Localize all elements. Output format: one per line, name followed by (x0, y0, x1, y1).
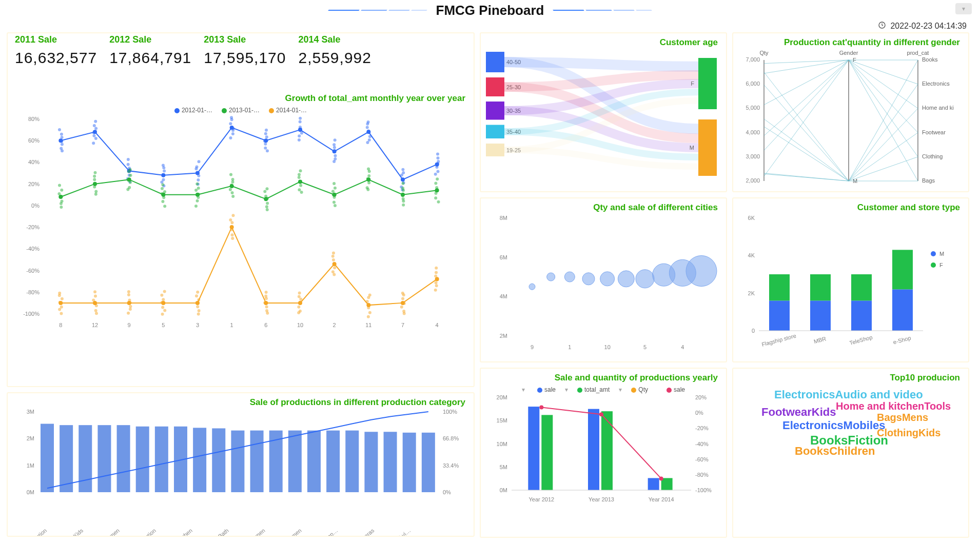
svg-point-77 (265, 129, 268, 132)
svg-point-256 (195, 294, 198, 297)
svg-point-152 (161, 183, 164, 186)
growth-legend: 2012-01-… 2013-01-… 2014-01-… (8, 104, 474, 114)
svg-text:F: F (939, 262, 943, 268)
store-chart[interactable]: 02K4K6KFlagship storeMBRTeleShope-ShopMF (733, 213, 968, 359)
svg-point-262 (232, 214, 235, 217)
svg-point-141 (93, 183, 96, 186)
svg-text:4M: 4M (500, 293, 507, 299)
growth-chart[interactable]: -100%-80%-60%-40%-20%0%20%40%60%80%81295… (8, 114, 474, 334)
svg-point-100 (366, 126, 369, 129)
svg-rect-327 (193, 428, 206, 492)
svg-point-180 (299, 169, 302, 172)
svg-rect-363 (698, 119, 717, 176)
svg-point-164 (196, 199, 199, 203)
svg-rect-324 (136, 427, 149, 492)
svg-point-282 (297, 311, 300, 314)
svg-point-232 (58, 308, 61, 311)
word-bookschildren[interactable]: BooksChildren (795, 445, 875, 458)
kpi-2014: 2014 Sale2,559,992 (298, 34, 371, 67)
svg-point-284 (331, 255, 335, 258)
svg-text:2M: 2M (27, 435, 34, 441)
svg-text:F: F (691, 80, 694, 87)
svg-text:20%: 20% (695, 394, 707, 400)
svg-text:66.8%: 66.8% (443, 435, 459, 441)
svg-point-184 (299, 184, 302, 187)
svg-text:Footwear: Footwear (922, 129, 946, 135)
svg-point-44 (94, 127, 97, 130)
word-footwearkids[interactable]: FootwearKids (761, 406, 836, 419)
svg-point-72 (229, 122, 232, 125)
svg-point-179 (266, 208, 269, 211)
svg-point-263 (229, 218, 232, 221)
svg-text:ClothingWomen: ClothingWomen (86, 527, 121, 536)
svg-point-95 (334, 154, 337, 157)
word-electronicsmobiles[interactable]: ElectronicsMobiles (782, 419, 886, 432)
svg-point-257 (197, 298, 200, 301)
svg-point-39 (61, 143, 64, 146)
svg-rect-329 (231, 431, 244, 492)
svg-point-159 (195, 183, 199, 186)
svg-point-88 (300, 131, 303, 134)
svg-point-58 (163, 169, 166, 172)
svg-point-214 (437, 200, 440, 204)
svg-text:9: 9 (128, 322, 131, 328)
svg-rect-396 (528, 407, 539, 490)
svg-text:-40%: -40% (26, 246, 40, 252)
svg-point-250 (162, 298, 165, 301)
top10-title: Top10 producion (733, 369, 968, 383)
svg-point-50 (127, 163, 130, 166)
cities-bubble[interactable]: 2M4M6M8M911054 (481, 213, 726, 359)
svg-text:4K: 4K (748, 252, 755, 258)
svg-rect-397 (541, 415, 553, 490)
svg-text:3,000: 3,000 (746, 153, 760, 159)
svg-point-174 (263, 190, 266, 193)
svg-rect-402 (648, 478, 659, 490)
svg-rect-440 (851, 274, 872, 300)
svg-point-301 (400, 306, 403, 309)
svg-point-102 (368, 135, 371, 138)
svg-point-289 (332, 273, 336, 276)
svg-text:2K: 2K (748, 290, 755, 296)
svg-text:7: 7 (401, 322, 404, 328)
svg-rect-333 (307, 431, 321, 492)
svg-text:-40%: -40% (695, 441, 709, 447)
svg-point-186 (300, 191, 303, 194)
svg-rect-443 (892, 250, 913, 289)
top10-wordcloud[interactable]: ElectronicsAudio and videoHome and kitch… (733, 383, 968, 491)
age-sankey[interactable]: 40-5025-3030-3535-4019-25FM (481, 48, 726, 189)
svg-point-303 (403, 312, 406, 315)
svg-point-249 (160, 294, 163, 297)
svg-point-296 (367, 315, 370, 318)
svg-point-240 (95, 312, 98, 315)
svg-point-271 (265, 297, 268, 300)
svg-point-234 (93, 290, 96, 293)
svg-point-80 (263, 139, 266, 143)
svg-point-84 (299, 117, 302, 120)
prodcat-chart[interactable]: 0M1M2M3M0%33.4%66.8%100%BooksFictionFoot… (8, 408, 474, 536)
svg-point-162 (197, 193, 200, 196)
word-home-and-kitchentools[interactable]: Home and kitchenTools (836, 400, 951, 412)
svg-point-101 (367, 130, 370, 133)
svg-rect-339 (422, 433, 435, 492)
kpi-2013: 2013 Sale17,595,170 (204, 34, 286, 67)
svg-point-166 (229, 173, 232, 176)
svg-text:0M: 0M (500, 487, 507, 493)
svg-point-445 (931, 251, 936, 256)
svg-point-298 (402, 293, 405, 296)
svg-point-132 (60, 189, 63, 192)
svg-point-154 (163, 190, 166, 193)
kpi-row: 2011 Sale16,632,577 2012 Sale17,864,791 … (8, 33, 474, 74)
svg-text:6K: 6K (748, 215, 755, 221)
word-electronicsaudio-and-video[interactable]: ElectronicsAudio and video (774, 388, 923, 401)
parallel-chart[interactable]: QtyGenderprod_cat2,0003,0004,0005,0006,0… (733, 48, 968, 189)
svg-point-89 (298, 134, 301, 137)
yearly-chart[interactable]: 0M5M10M15M20M-100%-80%-60%-40%-20%0%20%Y… (481, 393, 726, 511)
svg-text:0%: 0% (31, 203, 40, 209)
settings-button[interactable]: ▾ (955, 3, 972, 14)
yearly-title: Sale and quantity of productions yearly (481, 369, 726, 383)
svg-point-79 (265, 135, 268, 138)
svg-point-46 (92, 134, 95, 137)
svg-point-137 (60, 206, 63, 209)
svg-point-187 (332, 182, 336, 185)
svg-point-172 (231, 195, 234, 198)
